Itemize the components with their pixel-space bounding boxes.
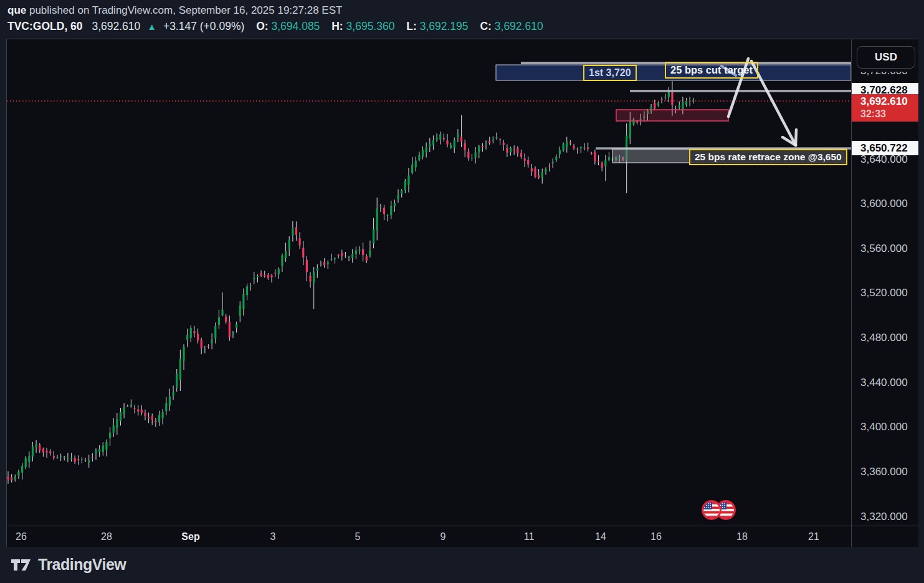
- candle: [415, 161, 417, 168]
- candle: [60, 456, 62, 457]
- candlestick-chart[interactable]: [7, 39, 851, 526]
- candle: [478, 146, 480, 152]
- candle: [295, 227, 297, 234]
- retrace-zone-label[interactable]: 25 bps rate retrace zone @3,650: [689, 149, 847, 165]
- candle: [242, 294, 244, 309]
- chart-widget: 1st 3,720 25 bps cut target 25 bps rate …: [6, 39, 918, 547]
- candle: [201, 340, 202, 349]
- candle: [130, 405, 132, 407]
- cut-target-label[interactable]: 25 bps cut target: [665, 62, 758, 79]
- candle: [390, 206, 392, 215]
- candle: [482, 146, 483, 147]
- candle: [306, 260, 308, 272]
- candle: [345, 256, 346, 256]
- candle: [654, 103, 655, 108]
- candle: [418, 155, 420, 160]
- candle: [299, 238, 301, 245]
- candle: [126, 406, 128, 407]
- candle: [376, 208, 378, 230]
- candle: [492, 140, 494, 141]
- candle: [685, 101, 687, 105]
- open-value: 3,694.085: [272, 20, 320, 32]
- price-axis-label: 3,640.000: [860, 153, 908, 166]
- candle: [229, 322, 231, 337]
- candle: [604, 160, 606, 166]
- candle: [39, 445, 40, 451]
- candle: [443, 138, 445, 139]
- candle: [379, 206, 381, 207]
- us-flag-event-icon[interactable]: [703, 501, 721, 519]
- candle: [534, 168, 536, 176]
- price-axis-label: 3,440.000: [860, 377, 908, 389]
- candle: [601, 163, 603, 168]
- candle: [176, 374, 178, 388]
- candle: [88, 460, 90, 463]
- candle: [541, 172, 543, 178]
- candle: [587, 147, 589, 148]
- target-price-label[interactable]: 1st 3,720: [583, 65, 637, 81]
- candle: [144, 413, 146, 416]
- candle: [341, 253, 343, 255]
- candle: [120, 412, 121, 421]
- candle: [426, 147, 427, 152]
- chart-plot-area[interactable]: 1st 3,720 25 bps cut target 25 bps rate …: [7, 39, 851, 526]
- candle: [53, 456, 55, 458]
- candle: [313, 272, 315, 283]
- candle: [17, 472, 19, 476]
- tradingview-snapshot: { "header": { "byline_user": "que", "byl…: [0, 0, 924, 583]
- candle: [429, 143, 431, 147]
- price-axis[interactable]: USD 3,720.000 3,640.0003,600.0003,560.00…: [851, 39, 918, 526]
- candle: [488, 141, 490, 143]
- candle: [545, 169, 546, 172]
- candle: [591, 153, 593, 153]
- candle: [186, 335, 188, 340]
- candle: [580, 147, 582, 148]
- candle: [548, 166, 550, 167]
- open-label: O:: [256, 20, 268, 32]
- candle: [671, 92, 673, 105]
- candle: [503, 143, 505, 145]
- consolidation-box[interactable]: [616, 110, 728, 121]
- candle: [531, 168, 533, 171]
- candle: [327, 263, 329, 265]
- price-axis-label: 3,400.000: [860, 421, 908, 433]
- up-triangle-icon: ▲: [147, 21, 156, 32]
- candle: [358, 249, 360, 251]
- byline-text: published on TradingView.com, September …: [26, 4, 342, 16]
- candle: [257, 276, 259, 277]
- candle: [36, 444, 37, 448]
- candle: [21, 466, 23, 473]
- candle: [369, 250, 371, 255]
- candle: [510, 148, 512, 152]
- candle: [285, 251, 287, 258]
- candle: [583, 148, 585, 148]
- candle: [109, 433, 111, 438]
- candle: [464, 143, 466, 150]
- price-axis-label: 3,560.000: [860, 243, 908, 255]
- candle: [116, 419, 118, 428]
- candle: [204, 349, 206, 349]
- candle: [64, 457, 65, 458]
- tradingview-logo[interactable]: TradingView: [10, 556, 126, 574]
- candle: [499, 139, 501, 140]
- candle: [555, 157, 557, 160]
- candle: [84, 460, 86, 460]
- candle: [274, 272, 276, 273]
- time-axis[interactable]: 2628Sep3591114161821: [7, 526, 851, 548]
- candle: [460, 137, 462, 142]
- candle: [141, 410, 143, 413]
- candle: [348, 257, 350, 258]
- candle: [513, 150, 515, 150]
- candle: [692, 100, 694, 100]
- price-axis-label: 3,360.000: [860, 466, 908, 478]
- currency-button[interactable]: USD: [857, 46, 915, 69]
- byline-username: que: [7, 4, 26, 16]
- candle: [260, 273, 262, 276]
- candle: [383, 208, 385, 214]
- time-axis-label: Sep: [181, 531, 199, 542]
- candle: [77, 459, 79, 460]
- candle: [520, 153, 522, 157]
- candle: [411, 165, 413, 173]
- symbol-name: TVC:GOLD, 60: [7, 20, 83, 32]
- candle: [323, 263, 325, 266]
